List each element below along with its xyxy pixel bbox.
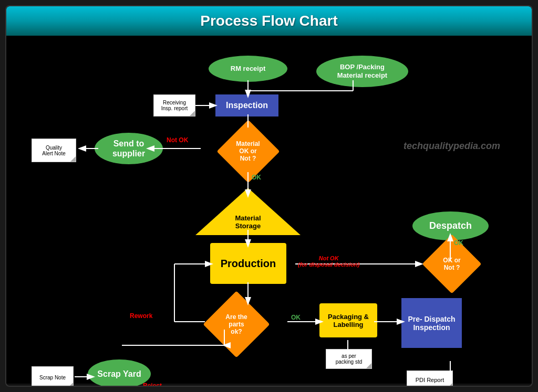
inspection-label: Inspection: [226, 100, 268, 110]
not-ok-disposal-label: Not OK (for disposal decision): [298, 255, 359, 268]
pre-dispatch-node: Pre- Dispatch Inspection: [401, 298, 462, 348]
as-per-packing-node: as per packing std: [326, 349, 372, 369]
title-bar: Process Flow Chart: [6, 6, 532, 36]
scrap-yard-node: Scrap Yard: [88, 359, 151, 387]
receiving-report-node: Receiving Insp. report: [153, 94, 195, 116]
pdi-report-node: PDI Report: [407, 370, 453, 387]
quality-alert-label: Quality Alert Note: [42, 145, 65, 156]
packaging-node: Packaging & Labelling: [319, 303, 377, 337]
despatch-label: Despatch: [429, 220, 472, 231]
watermark: techqualitypedia.com: [404, 141, 500, 152]
quality-alert-node: Quality Alert Note: [32, 139, 76, 162]
rework-label: Rework: [130, 312, 152, 320]
rm-receipt-label: RM receipt: [231, 65, 265, 73]
rm-receipt-node: RM receipt: [209, 56, 287, 82]
chart-container: Process Flow Chart: [5, 5, 533, 387]
chart-title: Process Flow Chart: [6, 13, 532, 29]
not-ok-label-1: Not OK: [167, 136, 188, 144]
inspection-node: Inspection: [215, 94, 278, 116]
pdi-report-label: PDI Report: [416, 377, 444, 383]
ok-label-parts: OK: [291, 314, 301, 321]
packaging-label: Packaging & Labelling: [319, 313, 377, 329]
receiving-report-label: Receiving Insp. report: [161, 100, 188, 111]
send-supplier-node: Send to supplier: [95, 133, 163, 164]
flow-area: RM receipt BOP /Packing Material receipt…: [6, 36, 532, 384]
ok-label-material: OK: [252, 174, 261, 181]
pre-dispatch-label: Pre- Dispatch Inspection: [401, 315, 462, 332]
bop-packing-node: BOP /Packing Material receipt: [316, 56, 408, 87]
material-storage-label: Material Storage: [235, 214, 261, 230]
as-per-packing-label: as per packing std: [336, 353, 363, 365]
scrap-note-node: Scrap Note: [32, 366, 74, 387]
scrap-note-label: Scrap Note: [39, 375, 66, 380]
ok-label-despatch: OK: [454, 239, 463, 247]
production-label: Production: [221, 258, 276, 270]
material-storage-container: Material Storage: [195, 188, 301, 235]
scrap-yard-label: Scrap Yard: [97, 369, 141, 379]
production-node: Production: [210, 243, 286, 284]
ok-not-container: OK or Not ?: [423, 240, 481, 288]
material-ok-container: Material OK or Not ?: [198, 125, 298, 177]
reject-label: Reject: [143, 382, 162, 387]
bop-packing-label: BOP /Packing Material receipt: [337, 63, 387, 79]
parts-ok-container: Are the parts ok?: [200, 298, 273, 351]
send-supplier-label: Send to supplier: [112, 139, 145, 158]
